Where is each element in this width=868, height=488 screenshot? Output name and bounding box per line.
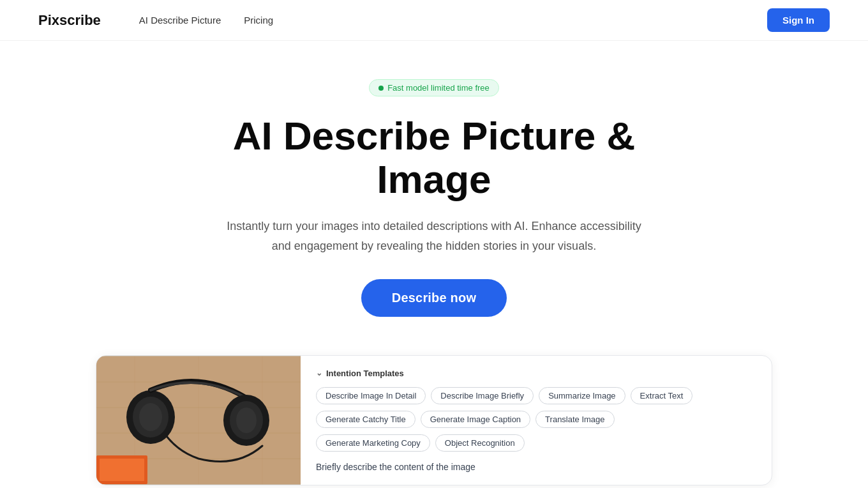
tag-generate-caption[interactable]: Generate Image Caption (421, 411, 530, 428)
chevron-down-icon: ⌄ (316, 369, 322, 377)
tag-marketing-copy[interactable]: Generate Marketing Copy (316, 434, 430, 452)
intention-label: Intention Templates (326, 369, 404, 378)
badge-text: Fast model limited time free (387, 83, 490, 93)
tag-describe-briefly[interactable]: Describe Image Briefly (431, 387, 534, 404)
main-nav: AI Describe Picture Pricing (139, 15, 767, 26)
demo-section: ⌄ Intention Templates Describe Image In … (0, 342, 868, 485)
prompt-label: Briefly describe the content of the imag… (316, 462, 756, 472)
nav-ai-describe[interactable]: AI Describe Picture (139, 15, 221, 26)
sign-in-button[interactable]: Sign In (767, 8, 830, 32)
hero-section: Fast model limited time free AI Describe… (0, 41, 868, 342)
tags-row-1: Describe Image In Detail Describe Image … (316, 387, 756, 404)
site-logo[interactable]: Pixscribe (38, 12, 101, 29)
site-header: Pixscribe AI Describe Picture Pricing Si… (0, 0, 868, 41)
tag-catchy-title[interactable]: Generate Catchy Title (316, 411, 415, 428)
svg-rect-15 (100, 459, 144, 481)
tags-row-3: Generate Marketing Copy Object Recogniti… (316, 434, 756, 452)
hero-title: AI Describe Picture & Image (179, 114, 689, 201)
tags-row-2: Generate Catchy Title Generate Image Cap… (316, 411, 756, 428)
intention-header: ⌄ Intention Templates (316, 369, 756, 378)
badge-dot-icon (378, 86, 384, 91)
tag-translate[interactable]: Translate Image (535, 411, 614, 428)
describe-now-button[interactable]: Describe now (361, 279, 507, 317)
tag-object-recognition[interactable]: Object Recognition (435, 434, 525, 452)
promo-badge: Fast model limited time free (369, 79, 499, 96)
tag-summarize[interactable]: Summarize Image (539, 387, 625, 404)
demo-image-panel (96, 356, 301, 485)
svg-point-10 (139, 403, 162, 431)
nav-pricing[interactable]: Pricing (244, 15, 273, 26)
demo-right-panel: ⌄ Intention Templates Describe Image In … (301, 356, 772, 485)
hero-subtitle: Instantly turn your images into detailed… (217, 217, 651, 255)
tag-describe-detail[interactable]: Describe Image In Detail (316, 387, 426, 404)
svg-point-13 (236, 408, 257, 433)
tag-extract-text[interactable]: Extract Text (631, 387, 693, 404)
demo-card: ⌄ Intention Templates Describe Image In … (96, 355, 772, 485)
